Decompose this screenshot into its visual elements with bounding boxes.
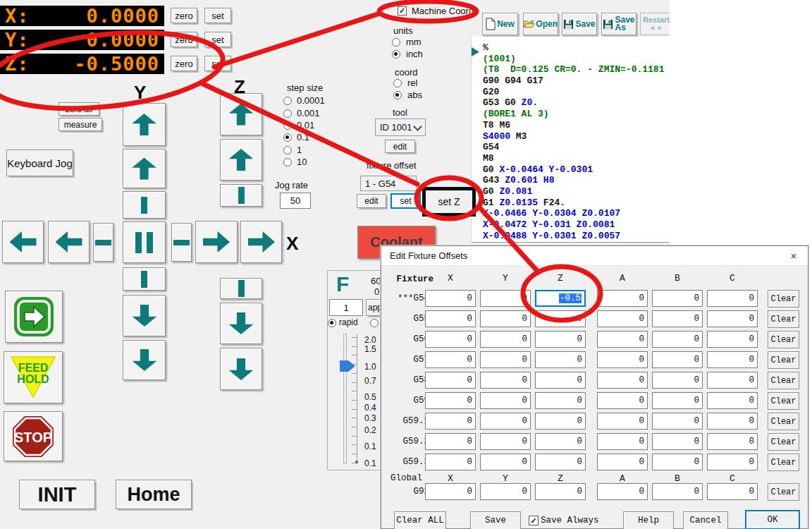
fixture-edit-button[interactable]: edit bbox=[357, 194, 386, 208]
offset-cell-G58-B[interactable]: 0 bbox=[652, 372, 703, 389]
offset-cell-***G54-C[interactable]: 0 bbox=[707, 290, 758, 307]
new-file-button[interactable]: New bbox=[482, 13, 518, 35]
jog-y-plus-step-button[interactable] bbox=[123, 191, 166, 219]
jog-z-minus-button[interactable] bbox=[220, 303, 262, 344]
jog-x-minus-fast-button[interactable] bbox=[2, 221, 44, 263]
offset-cell-***G54-Y[interactable]: 0 bbox=[480, 290, 531, 307]
jog-y-minus-step-button[interactable] bbox=[123, 267, 166, 291]
clear-button-G55[interactable]: Clear bbox=[768, 310, 799, 328]
offset-cell-G56-B[interactable]: 0 bbox=[652, 331, 703, 348]
units-mm-radio[interactable] bbox=[392, 38, 400, 47]
feed-override-input[interactable]: 1 bbox=[329, 299, 363, 316]
offset-cell-G59-A[interactable]: 0 bbox=[597, 392, 648, 409]
offset-cell-***G54-A[interactable]: 0 bbox=[597, 290, 648, 307]
clear-button-G59.3[interactable]: Clear bbox=[768, 454, 799, 471]
offset-cell-G58-X[interactable]: 0 bbox=[425, 372, 476, 389]
offset-cell-G59.1-Z[interactable]: 0 bbox=[535, 413, 586, 430]
jog-z-plus-button[interactable] bbox=[220, 139, 262, 181]
clear-button-G57[interactable]: Clear bbox=[768, 351, 799, 369]
coord-rel-radio[interactable] bbox=[393, 79, 402, 87]
gcode-viewer[interactable]: %(1001)(T8 D=0.125 CR=0. - ZMIN=-0.1181G… bbox=[471, 37, 670, 243]
units-inch-radio[interactable] bbox=[392, 50, 400, 59]
jog-z-plus-fast-button[interactable] bbox=[220, 93, 262, 135]
offset-cell-G55-Z[interactable]: 0 bbox=[535, 310, 586, 327]
step-size-radio-0p1[interactable] bbox=[283, 133, 292, 142]
offset-cell-G56-Z[interactable]: 0 bbox=[535, 331, 586, 348]
set-x-button[interactable]: set bbox=[204, 8, 231, 23]
offset-cell-G59.1-X[interactable]: 0 bbox=[425, 413, 476, 430]
offset-cell-G92-Y[interactable]: 0 bbox=[480, 483, 531, 500]
zero-z-button[interactable]: zero bbox=[171, 56, 197, 71]
step-size-radio-10[interactable] bbox=[283, 158, 292, 166]
offset-cell-G56-Y[interactable]: 0 bbox=[480, 331, 531, 348]
jog-rate-input[interactable]: 50 bbox=[280, 193, 311, 209]
feed-second-radio[interactable] bbox=[370, 319, 379, 327]
offset-cell-G57-A[interactable]: 0 bbox=[597, 351, 648, 368]
offset-cell-G57-X[interactable]: 0 bbox=[425, 351, 476, 368]
jog-y-minus-button[interactable] bbox=[123, 295, 166, 336]
zero-y-button[interactable]: zero bbox=[171, 32, 197, 47]
close-icon[interactable]: × bbox=[785, 248, 802, 263]
clear-all-button[interactable]: Clear ALL bbox=[394, 511, 446, 529]
open-file-button[interactable]: Open bbox=[523, 13, 558, 35]
machine-coord-checkbox[interactable]: ✓ bbox=[398, 6, 407, 16]
offset-cell-G58-Z[interactable]: 0 bbox=[535, 372, 586, 389]
offset-cell-G92-A[interactable]: 0 bbox=[597, 483, 648, 500]
offset-cell-G59.2-X[interactable]: 0 bbox=[425, 433, 476, 450]
jog-z-plus-step-button[interactable] bbox=[220, 184, 262, 207]
offset-cell-G59.1-B[interactable]: 0 bbox=[652, 413, 703, 430]
offset-cell-G59.2-C[interactable]: 0 bbox=[707, 433, 758, 450]
init-button[interactable]: INIT bbox=[19, 480, 95, 509]
offset-cell-G59.2-Z[interactable]: 0 bbox=[535, 433, 586, 450]
offset-cell-G57-Y[interactable]: 0 bbox=[480, 351, 531, 368]
tool-select[interactable]: ID 1001 bbox=[375, 118, 426, 136]
coord-abs-radio[interactable] bbox=[393, 91, 402, 99]
save-as-button[interactable]: SaveAs bbox=[601, 13, 636, 35]
save-always-checkbox[interactable]: ✓ bbox=[529, 516, 539, 525]
offset-cell-G92-B[interactable]: 0 bbox=[652, 483, 703, 500]
jog-x-plus-fast-button[interactable] bbox=[240, 221, 282, 263]
tool-edit-button[interactable]: edit bbox=[385, 140, 415, 153]
offset-cell-G55-A[interactable]: 0 bbox=[597, 310, 648, 327]
offset-cell-G92-X[interactable]: 0 bbox=[425, 483, 476, 500]
offset-cell-G92-C[interactable]: 0 bbox=[707, 483, 758, 500]
help-button[interactable]: Help bbox=[623, 511, 674, 529]
offset-cell-G59.3-B[interactable]: 0 bbox=[652, 454, 703, 470]
restart-button[interactable]: Restart« « bbox=[640, 13, 672, 35]
dialog-titlebar[interactable]: Edit Fixture Offsets × bbox=[381, 246, 808, 266]
clear-button-G59.1[interactable]: Clear bbox=[768, 413, 799, 430]
clear-button-G58[interactable]: Clear bbox=[768, 372, 799, 389]
fixture-offset-select[interactable]: 1 - G54 bbox=[360, 176, 417, 191]
stop-button[interactable]: STOP bbox=[4, 411, 63, 461]
offset-cell-G59-C[interactable]: 0 bbox=[707, 392, 758, 409]
offset-cell-G59.3-C[interactable]: 0 bbox=[707, 454, 758, 470]
step-size-radio-1[interactable] bbox=[283, 146, 292, 154]
feed-slider-track[interactable] bbox=[343, 334, 347, 464]
step-size-radio-001[interactable] bbox=[283, 109, 292, 118]
zero-x-button[interactable]: zero bbox=[171, 8, 197, 23]
keyboard-jog-button[interactable]: Keyboard Jog bbox=[6, 150, 73, 176]
jog-x-plus-step-button[interactable] bbox=[171, 223, 192, 262]
offset-cell-G58-Y[interactable]: 0 bbox=[480, 372, 531, 389]
offset-cell-G59.2-A[interactable]: 0 bbox=[597, 433, 648, 450]
clear-button-G56[interactable]: Clear bbox=[768, 331, 799, 348]
offset-cell-G57-B[interactable]: 0 bbox=[652, 351, 703, 368]
cycle-start-button[interactable] bbox=[5, 291, 63, 343]
save-file-button[interactable]: Save bbox=[562, 13, 597, 35]
offset-cell-G57-C[interactable]: 0 bbox=[707, 351, 758, 368]
jog-x-plus-button[interactable] bbox=[195, 221, 238, 263]
offset-cell-G56-X[interactable]: 0 bbox=[425, 331, 476, 348]
clear-button-G59[interactable]: Clear bbox=[768, 392, 799, 410]
home-button[interactable]: Home bbox=[116, 480, 192, 509]
offset-cell-G59.1-A[interactable]: 0 bbox=[597, 413, 648, 430]
jog-y-plus-fast-button[interactable] bbox=[123, 103, 166, 146]
jog-z-minus-step-button[interactable] bbox=[220, 278, 262, 299]
clear-button-***G54[interactable]: Clear bbox=[768, 290, 799, 308]
clear-button-G92[interactable]: Clear bbox=[768, 483, 799, 501]
step-size-radio-01[interactable] bbox=[283, 121, 292, 130]
offset-cell-G59-Z[interactable]: 0 bbox=[535, 392, 586, 409]
offset-cell-G59.2-Y[interactable]: 0 bbox=[480, 433, 531, 450]
jog-z-minus-fast-button[interactable] bbox=[220, 348, 262, 390]
offset-cell-G59.1-C[interactable]: 0 bbox=[707, 413, 758, 430]
offset-cell-G59.1-Y[interactable]: 0 bbox=[480, 413, 531, 430]
